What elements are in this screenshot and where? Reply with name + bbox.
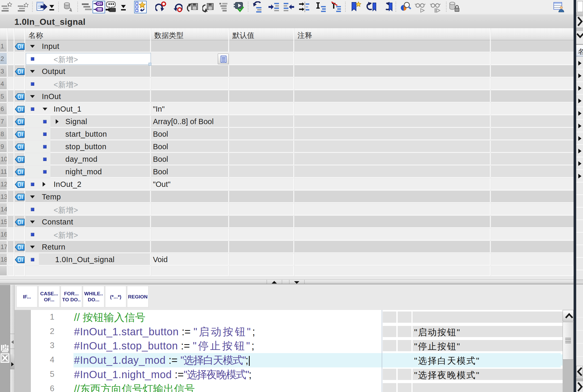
- row-name[interactable]: Return: [42, 243, 65, 251]
- symbol-value-cell[interactable]: "启动按钮": [413, 326, 583, 337]
- expand-arrow-right[interactable]: [43, 182, 45, 187]
- table-cell[interactable]: [229, 216, 294, 228]
- code-scrollbar[interactable]: [563, 310, 574, 392]
- symbol-value-cell[interactable]: "选择夜晚模式": [413, 369, 583, 380]
- snippet-button-region[interactable]: REGION: [127, 286, 148, 307]
- table-cell[interactable]: [294, 141, 490, 153]
- table-cell[interactable]: [491, 203, 574, 215]
- collapse-down-button[interactable]: [294, 281, 299, 284]
- row-name[interactable]: InOut: [42, 92, 61, 101]
- row-datatype[interactable]: Void: [153, 255, 168, 264]
- table-cell[interactable]: [25, 203, 151, 215]
- table-cell[interactable]: [229, 203, 294, 215]
- table-cell[interactable]: [491, 90, 574, 102]
- snippet-button-for[interactable]: FOR... TO DO..: [61, 286, 82, 307]
- docked-row[interactable]: [576, 120, 583, 132]
- header-cell[interactable]: 名称: [25, 28, 151, 40]
- row-name[interactable]: <新增>: [54, 80, 78, 90]
- docked-row[interactable]: [576, 170, 583, 182]
- docked-row[interactable]: [576, 145, 583, 157]
- table-cell[interactable]: [491, 228, 574, 240]
- export-dropdown-icon[interactable]: [49, 1, 55, 13]
- insert-row-icon[interactable]: [1, 1, 13, 13]
- monitor-off-icon[interactable]: [430, 1, 441, 13]
- table-cell[interactable]: [229, 128, 294, 140]
- symbol-value-cell[interactable]: [413, 383, 583, 392]
- table-cell[interactable]: [491, 128, 574, 140]
- table-cell[interactable]: [294, 203, 490, 215]
- row-name[interactable]: <新增>: [54, 230, 78, 241]
- table-row[interactable]: 11night_modBool: [0, 166, 574, 178]
- left-splitter-strip[interactable]: [10, 285, 15, 392]
- expand-right-icon[interactable]: [578, 111, 581, 116]
- header-cell[interactable]: [491, 28, 574, 40]
- collapse-up-button[interactable]: [272, 281, 277, 284]
- table-row[interactable]: 3Output: [0, 65, 574, 78]
- expand-arrow-right[interactable]: [56, 119, 59, 124]
- docked-row[interactable]: [576, 132, 583, 145]
- docked-row[interactable]: [576, 95, 583, 107]
- docked-row[interactable]: [576, 157, 583, 170]
- table-cell[interactable]: [229, 78, 294, 90]
- collapse-down-icon[interactable]: [577, 33, 583, 40]
- table-row[interactable]: 181.0In_Out_signalVoid: [0, 253, 574, 266]
- row-name[interactable]: InOut_1: [54, 105, 82, 113]
- table-cell[interactable]: [294, 78, 490, 90]
- hide-operand-icon[interactable]: [330, 1, 342, 13]
- table-row[interactable]: 2<新增>: [0, 53, 574, 65]
- horizontal-splitter[interactable]: [0, 280, 574, 284]
- show-operand-icon[interactable]: [315, 1, 327, 13]
- table-cell[interactable]: [491, 103, 574, 115]
- update-calls-icon[interactable]: [252, 1, 263, 13]
- table-cell[interactable]: [294, 153, 490, 165]
- header-cell[interactable]: 注释: [294, 28, 490, 40]
- expand-right-icon[interactable]: [578, 161, 581, 166]
- table-cell[interactable]: [229, 178, 294, 190]
- compare-icon[interactable]: [218, 1, 229, 13]
- table-cell[interactable]: [294, 116, 490, 128]
- docked-row[interactable]: [576, 70, 583, 82]
- collapse-left-arrow-icon[interactable]: [11, 340, 14, 344]
- table-row[interactable]: 1Input: [0, 40, 574, 53]
- table-cell[interactable]: [491, 241, 574, 253]
- table-cell[interactable]: [229, 241, 294, 253]
- expand-arrow-down[interactable]: [30, 45, 35, 48]
- table-cell[interactable]: [25, 228, 151, 240]
- collapse-left-icon[interactable]: [576, 366, 583, 377]
- table-row[interactable]: 7SignalArray[0..8] of Bool: [0, 116, 574, 128]
- table-row[interactable]: 8start_buttonBool: [0, 128, 574, 141]
- snippet-button-while[interactable]: WHILE.. DO...: [83, 286, 104, 307]
- indent-icon[interactable]: [268, 1, 279, 13]
- expand-right-icon[interactable]: [578, 73, 581, 78]
- table-cell[interactable]: [151, 78, 229, 90]
- name-edit-box[interactable]: [26, 53, 151, 65]
- row-datatype[interactable]: Bool: [153, 155, 168, 164]
- row-name[interactable]: Temp: [42, 193, 61, 201]
- row-name[interactable]: Constant: [42, 218, 73, 226]
- table-cell[interactable]: [491, 116, 574, 128]
- comments-dropdown-icon[interactable]: [120, 1, 127, 13]
- row-datatype[interactable]: "Out": [153, 180, 170, 189]
- table-cell[interactable]: [294, 191, 490, 203]
- expand-arrow-down[interactable]: [30, 195, 35, 198]
- table-row[interactable]: 4<新增>: [0, 78, 574, 90]
- header-cell[interactable]: 默认值: [229, 28, 294, 40]
- row-name[interactable]: <新增>: [54, 55, 78, 65]
- table-cell[interactable]: [491, 178, 574, 190]
- row-name[interactable]: Input: [42, 42, 59, 51]
- expand-right-icon[interactable]: [578, 174, 581, 178]
- load-snapshot-icon[interactable]: [187, 1, 198, 13]
- row-name[interactable]: <新增>: [54, 205, 78, 216]
- table-cell[interactable]: [294, 53, 490, 65]
- docked-row[interactable]: [576, 82, 583, 95]
- expand-right-icon[interactable]: [578, 86, 581, 91]
- table-cell[interactable]: [491, 191, 574, 203]
- table-row[interactable]: 10day_modBool: [0, 153, 574, 166]
- expand-right-arrow-icon[interactable]: [11, 362, 14, 366]
- favorites-icon[interactable]: [134, 1, 147, 13]
- next-bookmark-icon[interactable]: [382, 1, 393, 13]
- keep-actual-values-icon[interactable]: [63, 1, 74, 13]
- table-cell[interactable]: [491, 40, 574, 52]
- table-cell[interactable]: [229, 228, 294, 240]
- table-cell[interactable]: [294, 40, 490, 52]
